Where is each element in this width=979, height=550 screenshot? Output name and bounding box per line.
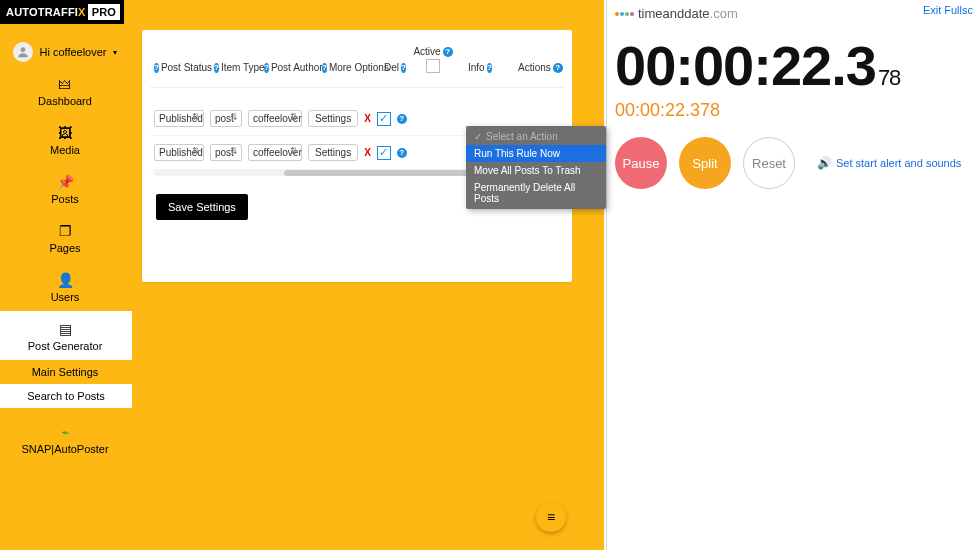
set-alert-link[interactable]: 🔊 Set start alert and sounds — [817, 156, 961, 170]
check-icon: ✓ — [474, 131, 482, 142]
actions-dropdown[interactable]: ✓ Select an Action Run This Rule Now Mov… — [466, 126, 606, 209]
help-icon[interactable]: ? — [154, 63, 159, 73]
status-select[interactable]: Published — [154, 110, 204, 127]
th-active-col: Active? — [408, 46, 458, 73]
nav-label: Dashboard — [38, 95, 92, 107]
timeanddate-logo[interactable]: timeanddate.com — [615, 6, 971, 21]
nav-pages[interactable]: ❐ Pages — [10, 213, 120, 262]
pages-icon: ❐ — [10, 223, 120, 239]
speaker-icon: 🔊 — [817, 156, 832, 170]
nav-label: SNAP|AutoPoster — [21, 443, 108, 455]
dropdown-placeholder: ✓ Select an Action — [466, 128, 606, 145]
active-master-checkbox[interactable] — [426, 59, 440, 73]
info-icon[interactable]: ? — [397, 114, 407, 124]
nav-label: Post Generator — [28, 340, 103, 352]
logo-pro-badge: PRO — [88, 4, 120, 20]
save-settings-button[interactable]: Save Settings — [156, 194, 248, 220]
delete-button[interactable]: X — [364, 113, 371, 124]
dropdown-move-trash[interactable]: Move All Posts To Trash — [466, 162, 606, 179]
user-greeting[interactable]: Hi coffeelover ▾ — [10, 38, 120, 66]
th-actions: Actions — [518, 62, 551, 73]
pin-icon: 📌 — [10, 174, 120, 190]
stopwatch-pane: timeanddate.com Exit Fullsc 00:00:22.3 7… — [606, 0, 979, 550]
active-checkbox[interactable]: ✓ — [377, 146, 391, 160]
th-item-type: Item Type — [221, 62, 265, 73]
th-del: Del — [384, 62, 399, 73]
settings-button[interactable]: Settings — [308, 144, 358, 161]
nav-label: Media — [50, 144, 80, 156]
dropdown-delete-all[interactable]: Permanently Delete All Posts — [466, 179, 606, 207]
chevron-down-icon: ▾ — [113, 48, 117, 57]
nav-posts[interactable]: 📌 Posts — [10, 164, 120, 213]
active-checkbox[interactable]: ✓ — [377, 112, 391, 126]
avatar-icon — [13, 42, 33, 62]
help-icon[interactable]: ? — [401, 63, 406, 73]
reset-button[interactable]: Reset — [743, 137, 795, 189]
stopwatch-main: 00:00:22.3 — [615, 33, 876, 98]
sidebar: Hi coffeelover ▾ 🜲 Dashboard 🖼 Media 📌 P… — [10, 30, 120, 463]
status-select[interactable]: Published — [154, 144, 204, 161]
media-icon: 🖼 — [10, 125, 120, 141]
delete-button[interactable]: X — [364, 147, 371, 158]
help-icon[interactable]: ? — [443, 47, 453, 57]
svg-point-0 — [21, 47, 26, 52]
note-icon: ▤ — [10, 321, 120, 337]
settings-button[interactable]: Settings — [308, 110, 358, 127]
logo-text: timeanddate — [638, 6, 710, 21]
stopwatch-fraction: 78 — [878, 65, 900, 91]
exit-fullscreen-link[interactable]: Exit Fullsc — [923, 4, 973, 16]
stopwatch-controls: Pause Split Reset 🔊 Set start alert and … — [615, 137, 971, 189]
author-select[interactable]: coffeelover — [248, 144, 302, 161]
th-info: Info — [468, 62, 485, 73]
subnav-main-settings[interactable]: Main Settings — [10, 360, 120, 384]
dropdown-run-rule[interactable]: Run This Rule Now — [466, 145, 606, 162]
author-select[interactable]: coffeelover — [248, 110, 302, 127]
admin-panel: AUTOTRAFFIX PRO Hi coffeelover ▾ 🜲 Dashb… — [0, 0, 604, 550]
alert-text: Set start alert and sounds — [836, 157, 961, 169]
stopwatch-sub: 00:00:22.378 — [615, 100, 971, 121]
table-header: ?Post Status ?Item Type ?Post Author ?Mo… — [150, 48, 564, 88]
help-icon[interactable]: ? — [264, 63, 269, 73]
th-post-status: Post Status — [161, 62, 212, 73]
type-select[interactable]: post — [210, 110, 242, 127]
nav-post-generator[interactable]: ▤ Post Generator — [0, 311, 132, 360]
pause-button[interactable]: Pause — [615, 137, 667, 189]
user-icon: 👤 — [10, 272, 120, 288]
opt-label: Select an Action — [486, 131, 558, 142]
nav-label: Pages — [49, 242, 80, 254]
help-icon[interactable]: ? — [214, 63, 219, 73]
help-icon[interactable]: ? — [553, 63, 563, 73]
th-post-author: Post Author — [271, 62, 323, 73]
nav-label: Posts — [51, 193, 79, 205]
split-button[interactable]: Split — [679, 137, 731, 189]
greeting-text: Hi coffeelover — [39, 46, 106, 58]
snap-icon: ⌁ — [10, 424, 120, 440]
help-icon[interactable]: ? — [487, 63, 492, 73]
logo-tld: .com — [710, 6, 738, 21]
help-icon[interactable]: ? — [322, 63, 327, 73]
stopwatch-display: 00:00:22.3 78 — [615, 33, 971, 98]
logo-text: AUTOTRAFFI — [6, 6, 78, 18]
nav-snap-autoposter[interactable]: ⌁ SNAP|AutoPoster — [10, 414, 120, 463]
logo-dots-icon — [615, 12, 634, 16]
nav-users[interactable]: 👤 Users — [10, 262, 120, 311]
th-more-options: More Options — [329, 62, 389, 73]
gauge-icon: 🜲 — [10, 76, 120, 92]
th-active: Active — [413, 46, 440, 57]
subnav-search-to-posts[interactable]: Search to Posts — [0, 384, 132, 408]
info-icon[interactable]: ? — [397, 148, 407, 158]
fab-menu-button[interactable]: ≡ — [536, 502, 566, 532]
nav-media[interactable]: 🖼 Media — [10, 115, 120, 164]
nav-label: Users — [51, 291, 80, 303]
logo-x: X — [78, 6, 86, 18]
nav-dashboard[interactable]: 🜲 Dashboard — [10, 66, 120, 115]
hamburger-icon: ≡ — [547, 509, 555, 525]
brand-logo: AUTOTRAFFIX PRO — [0, 0, 124, 24]
type-select[interactable]: post — [210, 144, 242, 161]
